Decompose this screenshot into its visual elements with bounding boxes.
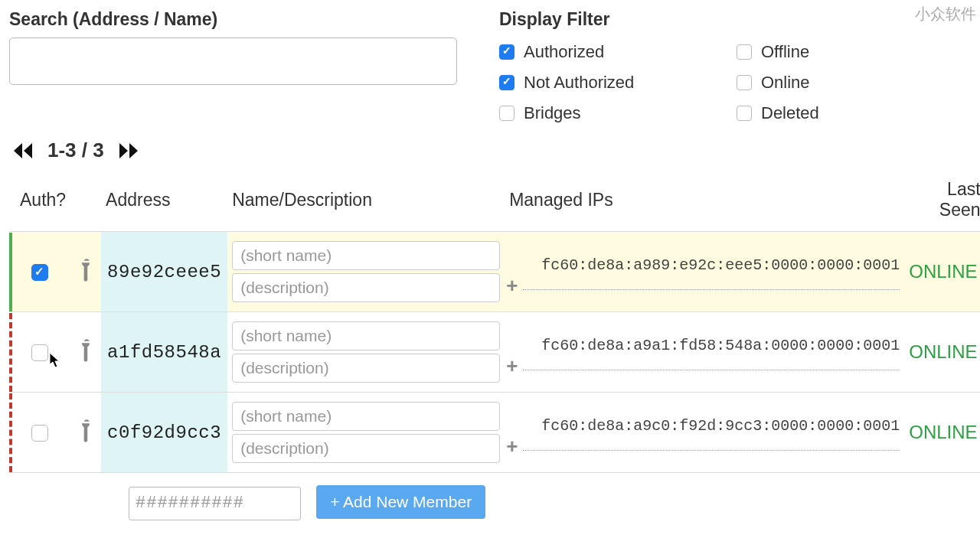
filter-bridges-checkbox[interactable] <box>499 106 514 121</box>
description-input[interactable] <box>232 273 500 302</box>
managed-ip: fc60:de8a:a9c0:f92d:9cc3:0000:0000:0001 <box>523 414 900 451</box>
new-member-input[interactable] <box>129 487 301 520</box>
wrench-icon[interactable] <box>70 312 101 393</box>
search-label: Search (Address / Name) <box>9 9 469 30</box>
filter-authorized[interactable]: Authorized <box>499 42 737 62</box>
filter-deleted[interactable]: Deleted <box>737 103 971 123</box>
filter-online[interactable]: Online <box>737 73 971 93</box>
add-ip-icon[interactable]: + <box>506 354 518 378</box>
add-ip-icon[interactable]: + <box>506 274 518 298</box>
description-input[interactable] <box>232 434 500 463</box>
col-auth: Auth? <box>9 176 70 232</box>
auth-checkbox[interactable] <box>31 344 48 361</box>
description-input[interactable] <box>232 354 500 383</box>
filter-bridges[interactable]: Bridges <box>499 103 737 123</box>
filter-authorized-checkbox[interactable] <box>499 44 514 60</box>
short-name-input[interactable] <box>232 321 500 350</box>
watermark: 小众软件 <box>915 4 976 24</box>
auth-checkbox[interactable] <box>31 425 48 442</box>
pager-range: 1-3 / 3 <box>47 139 104 162</box>
filter-online-label: Online <box>761 73 810 93</box>
filter-offline-checkbox[interactable] <box>737 44 752 60</box>
filter-deleted-label: Deleted <box>761 103 819 123</box>
address-cell: a1fd58548a <box>101 312 227 393</box>
filter-not-authorized-checkbox[interactable] <box>499 75 514 90</box>
auth-checkbox[interactable] <box>31 264 48 281</box>
add-member-button[interactable]: + Add New Member <box>316 485 485 519</box>
wrench-icon[interactable] <box>70 232 101 312</box>
col-last-seen: Last Seen <box>904 176 980 232</box>
managed-ip: fc60:de8a:a989:e92c:eee5:0000:0000:0001 <box>523 253 900 290</box>
wrench-icon[interactable] <box>70 393 101 473</box>
pager: 1-3 / 3 <box>12 139 971 162</box>
address-cell: 89e92ceee5 <box>101 232 227 312</box>
filter-authorized-label: Authorized <box>524 42 604 62</box>
filter-deleted-checkbox[interactable] <box>737 106 752 121</box>
search-input[interactable] <box>9 37 457 85</box>
table-row: a1fd58548a+fc60:de8a:a9a1:fd58:548a:0000… <box>9 312 980 393</box>
filter-offline[interactable]: Offline <box>737 42 971 62</box>
short-name-input[interactable] <box>232 402 500 431</box>
filter-offline-label: Offline <box>761 42 809 62</box>
last-seen: ONLINE <box>904 232 980 312</box>
col-name: Name/Description <box>227 176 505 232</box>
col-ips: Managed IPs <box>505 176 904 232</box>
table-row: c0f92d9cc3+fc60:de8a:a9c0:f92d:9cc3:0000… <box>9 393 980 473</box>
add-ip-icon[interactable]: + <box>506 435 518 458</box>
managed-ip: fc60:de8a:a9a1:fd58:548a:0000:0000:0001 <box>523 334 900 370</box>
table-row: 89e92ceee5+fc60:de8a:a989:e92c:eee5:0000… <box>9 232 980 312</box>
filter-online-checkbox[interactable] <box>737 75 752 90</box>
short-name-input[interactable] <box>232 241 500 270</box>
filter-bridges-label: Bridges <box>524 103 581 123</box>
members-table: Auth? Address Name/Description Managed I… <box>9 176 980 473</box>
address-cell: c0f92d9cc3 <box>101 393 227 473</box>
filter-not-authorized[interactable]: Not Authorized <box>499 73 737 93</box>
col-address: Address <box>101 176 227 232</box>
pager-next-icon[interactable] <box>118 142 139 160</box>
last-seen: ONLINE <box>904 312 980 393</box>
last-seen: ONLINE <box>904 393 980 473</box>
filter-label: Display Filter <box>499 9 971 30</box>
pager-prev-icon[interactable] <box>12 142 34 160</box>
filter-not-authorized-label: Not Authorized <box>524 73 634 93</box>
